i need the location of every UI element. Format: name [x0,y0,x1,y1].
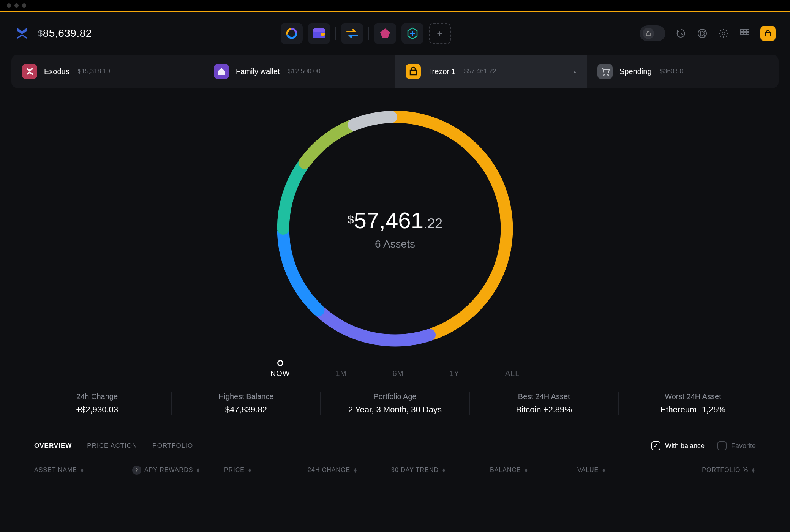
filter-favorite[interactable]: Favorite [717,441,756,450]
wallet-name: Exodus [44,67,70,76]
svg-rect-13 [744,32,746,35]
asset-table-header: ASSET NAME▲▼?APY REWARDS▲▼PRICE▲▼24H CHA… [0,450,790,475]
stat-highest-balance: Highest Balance$47,839.82 [171,392,320,415]
nav-rewards-button[interactable] [374,23,396,44]
svg-point-8 [722,32,725,35]
grid-icon [740,29,749,38]
svg-rect-4 [313,28,325,32]
tab-overview[interactable]: OVERVIEW [34,442,72,450]
wallet-tab-spending[interactable]: Spending $360.50 [587,55,779,88]
svg-rect-9 [741,29,743,32]
apps-grid-button[interactable] [739,28,750,39]
sort-icon: ▲▼ [80,468,85,472]
support-button[interactable] [697,28,708,39]
nav-portfolio-button[interactable] [281,23,303,44]
timeframe-1m[interactable]: 1M [336,360,347,378]
active-dot-icon [277,360,283,366]
home-icon [214,64,229,79]
lifebuoy-icon [697,28,707,38]
svg-rect-12 [741,32,743,35]
column-portfolio-[interactable]: PORTFOLIO %▲▼ [702,466,756,475]
sort-icon: ▲▼ [524,468,529,472]
wallet-tab-family-wallet[interactable]: Family wallet $12,500.00 [203,55,395,88]
column-price[interactable]: PRICE▲▼ [224,466,308,475]
portfolio-donut-chart: $57,461.22 6 Assets [273,107,517,350]
tab-portfolio[interactable]: PORTFOLIO [152,442,193,450]
selected-wallet-balance: $57,461.22 [348,207,442,234]
nav-apps-button[interactable] [401,23,423,44]
column-apy-rewards[interactable]: ?APY REWARDS▲▼ [129,466,224,475]
exodus-logo-icon [14,26,30,41]
wallet-name: Family wallet [236,67,280,76]
sort-icon: ▲▼ [248,468,252,472]
wallet-balance: $57,461.22 [464,68,496,75]
main-nav: + [92,23,640,44]
sort-icon: ▲▼ [353,468,358,472]
unlock-icon [645,30,651,36]
plus-icon: + [437,28,442,39]
tab-price-action[interactable]: PRICE ACTION [87,442,137,450]
timeframe-now[interactable]: NOW [270,360,290,378]
svg-rect-10 [744,29,746,32]
history-icon [676,28,686,38]
stat-best-24h-asset: Best 24H AssetBitcoin +2.89% [469,392,618,415]
wallet-balance: $12,500.00 [288,68,321,75]
section-tabs: OVERVIEWPRICE ACTIONPORTFOLIO With balan… [0,415,790,450]
wallet-balance: $15,318.10 [78,68,110,75]
wallet-tab-exodus[interactable]: Exodus $15,318.10 [11,55,203,88]
wallet-icon [313,28,325,39]
stat-worst-24h-asset: Worst 24H AssetEthereum -1,25% [618,392,767,415]
checkbox-icon [717,441,727,450]
lock-icon [764,30,772,37]
svg-rect-5 [321,33,325,36]
stat-24h-change: 24h Change+$2,930.03 [23,392,171,415]
timeframe-1y[interactable]: 1Y [449,360,459,378]
column-24h-change[interactable]: 24H CHANGE▲▼ [308,466,391,475]
swap-arrows-icon [346,28,359,39]
nav-wallet-button[interactable] [308,23,330,44]
timeframe-all[interactable]: ALL [505,360,520,378]
wallet-tabs: Exodus $15,318.10 Family wallet $12,500.… [0,55,790,88]
hex-plus-icon [406,27,419,39]
gear-icon [719,28,728,38]
sort-icon: ▲▼ [442,468,446,472]
cart-icon [597,64,613,79]
asset-count: 6 Assets [375,238,415,250]
lock-toggle[interactable] [640,25,665,41]
timeframe-selector: NOW1M6M1YALL [270,360,520,378]
wallet-balance: $360.50 [660,68,683,75]
chevron-up-icon: ▴ [574,68,576,74]
wallet-tab-trezor-1[interactable]: Trezor 1 $57,461.22 ▴ [395,55,587,88]
sort-icon: ▲▼ [751,468,756,472]
nav-exchange-button[interactable] [341,23,363,44]
settings-button[interactable] [718,28,729,39]
nav-add-button[interactable]: + [429,23,451,44]
svg-rect-14 [747,32,749,35]
lock-icon [406,64,421,79]
column-value[interactable]: VALUE▲▼ [577,466,653,475]
column-asset-name[interactable]: ASSET NAME▲▼ [34,466,129,475]
gem-icon [379,28,391,39]
window-traffic-lights [0,0,790,11]
hardware-wallet-badge[interactable] [760,26,776,41]
total-balance: $85,639.82 [38,27,92,39]
svg-rect-11 [747,29,749,32]
donut-chart-icon [285,27,298,40]
help-icon[interactable]: ? [132,466,141,475]
sort-icon: ▲▼ [196,468,201,472]
portfolio-stats: 24h Change+$2,930.03Highest Balance$47,8… [0,378,790,415]
checkbox-icon [651,441,660,450]
stat-portfolio-age: Portfolio Age2 Year, 3 Month, 30 Days [320,392,469,415]
wallet-name: Trezor 1 [428,67,456,76]
filter-with-balance[interactable]: With balance [651,441,705,450]
exodus-icon [22,64,37,79]
history-button[interactable] [675,28,687,39]
topbar: $85,639.82 [0,12,790,55]
wallet-name: Spending [619,67,652,76]
timeframe-6m[interactable]: 6M [392,360,404,378]
column-balance[interactable]: BALANCE▲▼ [490,466,577,475]
svg-point-7 [700,32,704,35]
column-30-day-trend[interactable]: 30 DAY TREND▲▼ [391,466,490,475]
sort-icon: ▲▼ [602,468,606,472]
